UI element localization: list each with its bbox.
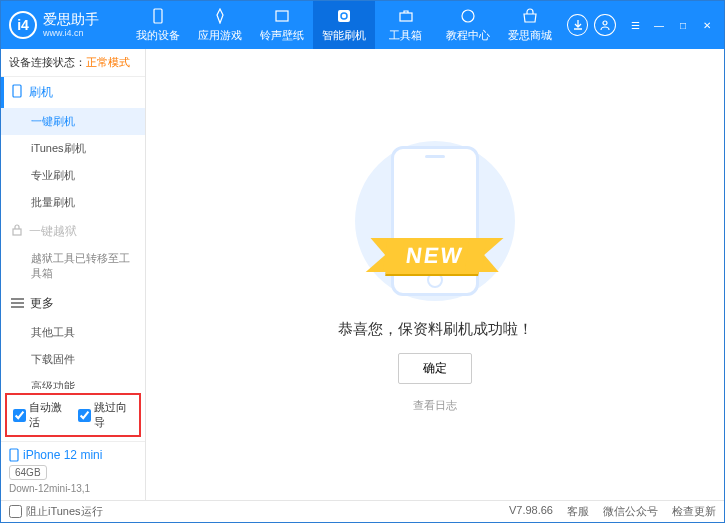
new-ribbon: NEW — [386, 238, 484, 274]
skip-guide-checkbox[interactable]: 跳过向导 — [78, 400, 133, 430]
nav-toolbox[interactable]: 工具箱 — [375, 1, 437, 49]
success-illustration: NEW — [335, 136, 535, 306]
sidebar: 设备连接状态：正常模式 刷机 一键刷机 iTunes刷机 专业刷机 批量刷机 一… — [1, 49, 146, 500]
nav-store[interactable]: 爱思商城 — [499, 1, 561, 49]
version-label: V7.98.66 — [509, 504, 553, 519]
menu-flash[interactable]: 刷机 — [1, 77, 145, 108]
more-icon — [11, 302, 24, 304]
svg-point-4 — [462, 10, 474, 22]
svg-rect-6 — [13, 85, 21, 97]
titlebar: i4 爱思助手 www.i4.cn 我的设备 应用游戏 铃声壁纸 智能刷机 工具… — [1, 1, 724, 49]
apps-icon — [211, 7, 229, 25]
menu-more[interactable]: 更多 — [1, 288, 145, 319]
device-panel[interactable]: iPhone 12 mini 64GB Down-12mini-13,1 — [1, 441, 145, 500]
view-log-link[interactable]: 查看日志 — [413, 398, 457, 413]
connection-status: 设备连接状态：正常模式 — [1, 49, 145, 77]
menu-flash-onekey[interactable]: 一键刷机 — [1, 108, 145, 135]
svg-rect-8 — [10, 449, 18, 461]
logo-icon: i4 — [9, 11, 37, 39]
device-name: iPhone 12 mini — [9, 448, 137, 462]
download-icon[interactable] — [567, 14, 589, 36]
menu-more-download[interactable]: 下载固件 — [1, 346, 145, 373]
lock-icon — [11, 224, 23, 239]
wallpaper-icon — [273, 7, 291, 25]
service-link[interactable]: 客服 — [567, 504, 589, 519]
main-nav: 我的设备 应用游戏 铃声壁纸 智能刷机 工具箱 教程中心 爱思商城 — [127, 1, 561, 49]
menu-flash-pro[interactable]: 专业刷机 — [1, 162, 145, 189]
menu-icon[interactable]: ☰ — [626, 16, 644, 34]
nav-flash[interactable]: 智能刷机 — [313, 1, 375, 49]
flash-options-box: 自动激活 跳过向导 — [5, 393, 141, 437]
svg-rect-3 — [400, 13, 412, 21]
success-message: 恭喜您，保资料刷机成功啦！ — [338, 320, 533, 339]
main-content: NEW 恭喜您，保资料刷机成功啦！ 确定 查看日志 — [146, 49, 724, 500]
toolbox-icon — [397, 7, 415, 25]
wechat-link[interactable]: 微信公众号 — [603, 504, 658, 519]
app-site: www.i4.cn — [43, 28, 99, 38]
storage-badge: 64GB — [9, 465, 47, 480]
auto-activate-checkbox[interactable]: 自动激活 — [13, 400, 68, 430]
menu-flash-itunes[interactable]: iTunes刷机 — [1, 135, 145, 162]
nav-apps[interactable]: 应用游戏 — [189, 1, 251, 49]
menu-jailbreak[interactable]: 一键越狱 — [1, 216, 145, 247]
footer: 阻止iTunes运行 V7.98.66 客服 微信公众号 检查更新 — [1, 500, 724, 522]
jailbreak-note: 越狱工具已转移至工具箱 — [1, 247, 145, 288]
store-icon — [521, 7, 539, 25]
menu-more-advanced[interactable]: 高级功能 — [1, 373, 145, 389]
refresh-icon — [335, 7, 353, 25]
minimize-icon[interactable]: — — [650, 16, 668, 34]
menu-flash-batch[interactable]: 批量刷机 — [1, 189, 145, 216]
ok-button[interactable]: 确定 — [398, 353, 472, 384]
nav-tutorials[interactable]: 教程中心 — [437, 1, 499, 49]
update-link[interactable]: 检查更新 — [672, 504, 716, 519]
app-name: 爱思助手 — [43, 12, 99, 27]
phone-icon — [149, 7, 167, 25]
svg-rect-7 — [13, 229, 21, 235]
svg-rect-1 — [276, 11, 288, 21]
maximize-icon[interactable]: □ — [674, 16, 692, 34]
nav-ringtones[interactable]: 铃声壁纸 — [251, 1, 313, 49]
phone-icon — [11, 84, 23, 101]
logo-area: i4 爱思助手 www.i4.cn — [9, 11, 127, 39]
nav-my-device[interactable]: 我的设备 — [127, 1, 189, 49]
book-icon — [459, 7, 477, 25]
svg-rect-0 — [154, 9, 162, 23]
close-icon[interactable]: ✕ — [698, 16, 716, 34]
svg-point-5 — [603, 21, 607, 25]
block-itunes-checkbox[interactable]: 阻止iTunes运行 — [9, 504, 103, 519]
svg-rect-2 — [338, 10, 350, 22]
window-controls: ☰ — □ ✕ — [626, 16, 716, 34]
phone-icon — [9, 448, 19, 462]
menu-more-other[interactable]: 其他工具 — [1, 319, 145, 346]
user-icon[interactable] — [594, 14, 616, 36]
device-model: Down-12mini-13,1 — [9, 483, 137, 494]
